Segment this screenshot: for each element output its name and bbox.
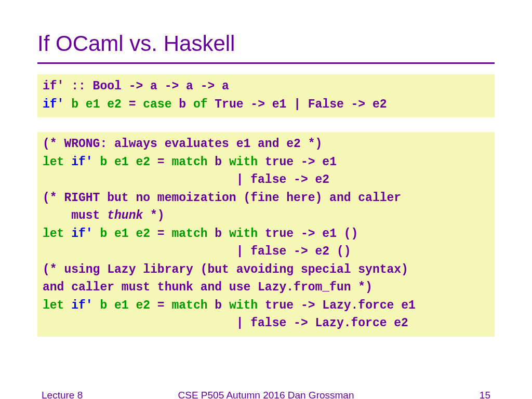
code: with	[229, 227, 258, 241]
code: if'	[64, 155, 92, 169]
code: match	[171, 227, 207, 241]
code: | false -> e2 ()	[43, 245, 351, 258]
footer-center: CSE P505 Autumn 2016 Dan Grossman	[0, 390, 532, 399]
code: if'	[64, 299, 92, 312]
code: =	[150, 299, 171, 312]
code: true -> e1 ()	[258, 227, 358, 241]
code: of	[193, 98, 208, 111]
code: if'	[64, 227, 92, 241]
code: =	[122, 98, 143, 111]
code: b	[208, 155, 229, 169]
code: with	[229, 299, 258, 312]
code: | false -> e2	[43, 173, 329, 187]
code: case	[143, 98, 171, 111]
code: =	[150, 227, 171, 241]
code-comment: (* RIGHT but no memoization (fine here) …	[43, 191, 401, 205]
code: match	[171, 299, 207, 312]
code: | false -> Lazy.force e2	[43, 316, 408, 330]
code: b	[208, 227, 229, 241]
code: True -> e1 | False -> e2	[208, 98, 387, 111]
code-comment: thunk	[107, 209, 143, 222]
code-comment: (* using Lazy library (but avoiding spec…	[43, 263, 408, 276]
code: if' :: Bool -> a -> a -> a	[43, 79, 229, 93]
footer-page: 15	[480, 390, 490, 399]
code: true -> e1	[258, 155, 337, 169]
code: with	[229, 155, 258, 169]
code: true -> Lazy.force e1	[258, 299, 416, 312]
code: b	[171, 98, 193, 111]
code: b e1 e2	[64, 98, 121, 111]
code-comment: *)	[143, 209, 164, 222]
slide: If OCaml vs. Haskell if' :: Bool -> a ->…	[0, 0, 532, 337]
slide-title: If OCaml vs. Haskell	[37, 31, 495, 64]
code-comment: and caller must thunk and use Lazy.from_…	[43, 281, 373, 294]
code: let	[43, 227, 64, 241]
code: b e1 e2	[93, 155, 150, 169]
code: =	[150, 155, 171, 169]
code: let	[43, 299, 64, 312]
code: if'	[43, 98, 64, 111]
code-comment: (* WRONG: always evaluates e1 and e2 *)	[43, 137, 322, 151]
code: match	[171, 155, 207, 169]
code: b	[208, 299, 229, 312]
ocaml-code-block: (* WRONG: always evaluates e1 and e2 *) …	[37, 132, 495, 337]
code: b e1 e2	[93, 227, 150, 241]
code: let	[43, 155, 64, 169]
haskell-code-block: if' :: Bool -> a -> a -> a if' b e1 e2 =…	[37, 74, 495, 117]
code: b e1 e2	[93, 299, 150, 312]
code-comment: must	[43, 209, 107, 222]
